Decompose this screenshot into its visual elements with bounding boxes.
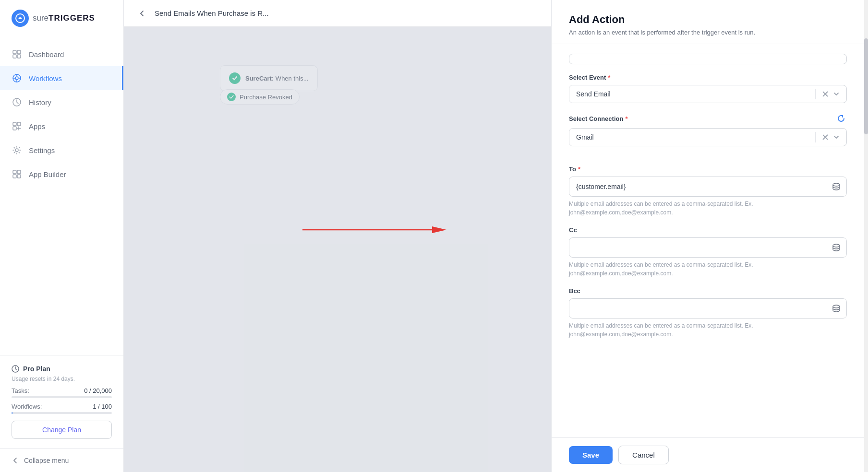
workflows-icon [12, 73, 22, 83]
dashboard-icon [12, 49, 22, 59]
sidebar-item-dashboard[interactable]: Dashboard [0, 42, 123, 66]
collapse-icon [12, 457, 19, 464]
logo-icon [12, 10, 29, 27]
cc-input[interactable] [569, 239, 826, 256]
cc-label: Cc [569, 226, 847, 234]
back-button[interactable] [135, 7, 149, 20]
svg-rect-1 [13, 50, 16, 54]
sidebar-item-apps[interactable]: Apps [0, 114, 123, 138]
svg-point-31 [833, 305, 840, 308]
sidebar-item-workflows[interactable]: Workflows [0, 66, 123, 90]
divider [569, 156, 847, 165]
scroll-hint-bar [569, 54, 847, 64]
svg-rect-18 [13, 170, 16, 174]
bcc-field-wrapper[interactable] [569, 298, 847, 319]
settings-icon [12, 145, 22, 155]
svg-point-30 [833, 244, 840, 247]
workflows-value: 1 / 100 [93, 403, 112, 410]
select-connection-section: Select Connection * [569, 113, 847, 146]
svg-rect-21 [17, 175, 21, 178]
usage-reset-text: Usage resets in 24 days. [12, 376, 112, 382]
pro-plan-title: Pro Plan [23, 365, 50, 373]
tasks-label: Tasks: [12, 387, 29, 394]
collapse-menu-button[interactable]: Collapse menu [0, 448, 123, 472]
cc-field-wrapper[interactable] [569, 237, 847, 258]
select-connection-label: Select Connection * [569, 115, 627, 122]
bcc-db-button[interactable] [826, 299, 846, 318]
cc-db-button[interactable] [826, 238, 846, 257]
svg-rect-13 [17, 122, 21, 126]
workflows-progress-bar [12, 412, 112, 414]
select-event-label: Select Event * [569, 74, 847, 81]
collapse-label: Collapse menu [24, 457, 69, 464]
panel-body: Select Event * [552, 44, 868, 437]
add-action-panel: Add Action An action is an event that is… [551, 0, 868, 472]
main-area: Send Emails When Purchase is R... × Sure… [124, 0, 868, 472]
sidebar-item-label: Apps [29, 122, 45, 130]
cc-section: Cc Multiple email addresses can be enter… [569, 226, 847, 278]
to-label: To * [569, 165, 847, 173]
sidebar-item-label: Workflows [29, 74, 62, 83]
history-icon [12, 97, 22, 107]
select-connection-wrapper[interactable] [569, 128, 847, 146]
to-db-button[interactable] [826, 177, 846, 196]
sidebar-item-label: App Builder [29, 170, 66, 178]
cc-hint: Multiple email addresses can be entered … [569, 260, 847, 278]
svg-rect-20 [13, 175, 16, 178]
select-event-wrapper[interactable] [569, 85, 847, 103]
sidebar-item-label: Dashboard [29, 50, 64, 59]
panel-scrollbar[interactable] [864, 0, 868, 472]
cancel-button[interactable]: Cancel [618, 446, 669, 464]
to-field-wrapper[interactable] [569, 177, 847, 197]
sidebar-item-label: History [29, 98, 51, 106]
dropdown-event-button[interactable] [831, 89, 842, 99]
sidebar-item-app-builder[interactable]: App Builder [0, 162, 123, 186]
select-event-input[interactable] [569, 85, 815, 103]
svg-rect-19 [17, 170, 21, 174]
workflows-label: Workflows: [12, 403, 42, 410]
panel-footer: Save Cancel [552, 437, 868, 472]
clear-event-button[interactable] [820, 89, 830, 99]
app-builder-icon [12, 169, 22, 179]
to-input[interactable] [569, 178, 826, 195]
svg-rect-14 [13, 127, 16, 130]
apps-icon [12, 121, 22, 131]
clock-icon [12, 365, 19, 373]
sidebar-plan-section: Pro Plan Usage resets in 24 days. Tasks:… [0, 355, 123, 448]
workflows-progress-fill [12, 412, 12, 414]
logo-text: sureTRIGGERS [33, 13, 95, 23]
svg-rect-12 [13, 122, 16, 126]
svg-point-29 [833, 183, 840, 186]
bcc-hint: Multiple email addresses can be entered … [569, 321, 847, 339]
logo: sureTRIGGERS [0, 0, 123, 36]
clear-connection-button[interactable] [820, 132, 830, 142]
bcc-input[interactable] [569, 300, 826, 317]
select-event-section: Select Event * [569, 74, 847, 103]
dropdown-connection-button[interactable] [831, 132, 842, 142]
panel-title: Add Action [569, 13, 851, 26]
change-plan-button[interactable]: Change Plan [12, 421, 112, 439]
sidebar: sureTRIGGERS Dashboard [0, 0, 124, 472]
sidebar-item-settings[interactable]: Settings [0, 138, 123, 162]
tasks-progress-bar [12, 396, 112, 398]
to-section: To * Multiple email addresses can be ent… [569, 165, 847, 217]
svg-point-17 [15, 149, 18, 152]
select-connection-input[interactable] [569, 129, 815, 146]
save-button[interactable]: Save [569, 446, 613, 464]
bcc-label: Bcc [569, 287, 847, 295]
tasks-value: 0 / 20,000 [84, 387, 112, 394]
sidebar-item-history[interactable]: History [0, 90, 123, 114]
scrollbar-thumb [864, 38, 868, 134]
to-hint: Multiple email addresses can be entered … [569, 200, 847, 217]
refresh-connection-button[interactable] [835, 113, 847, 124]
svg-rect-3 [13, 55, 16, 58]
svg-rect-4 [17, 55, 21, 58]
sidebar-item-label: Settings [29, 146, 55, 154]
bcc-section: Bcc Multiple email addresses can be ente… [569, 287, 847, 339]
svg-rect-2 [17, 50, 21, 54]
sidebar-nav: Dashboard Workflows [0, 36, 123, 355]
svg-point-6 [15, 77, 18, 80]
panel-header: Add Action An action is an event that is… [552, 0, 868, 44]
panel-subtitle: An action is an event that is performed … [569, 29, 851, 36]
